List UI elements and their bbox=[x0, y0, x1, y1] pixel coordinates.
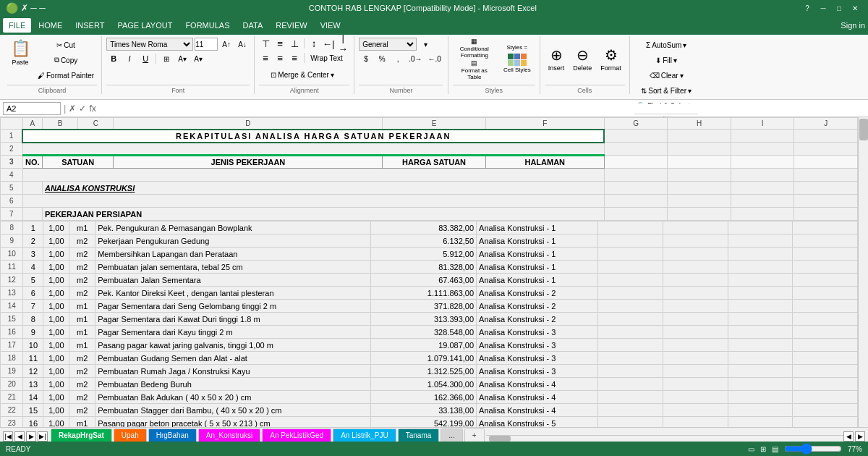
format-as-table-button[interactable]: ▤ Format as Table bbox=[453, 59, 496, 80]
decrease-font-button[interactable]: A↓ bbox=[235, 38, 250, 51]
sheet-tab-rekaphrgsat[interactable]: RekapHrgSat bbox=[51, 428, 112, 442]
menu-view[interactable]: VIEW bbox=[315, 18, 346, 33]
col-b[interactable]: B bbox=[42, 118, 77, 130]
col-h[interactable]: H bbox=[668, 118, 731, 130]
menu-home[interactable]: HOME bbox=[33, 18, 68, 33]
col-g[interactable]: G bbox=[604, 118, 668, 130]
sheet-tab-[interactable]: ... bbox=[441, 428, 462, 442]
table-row[interactable]: 23 16 1,00 m1 Pasang pagar beton praceta… bbox=[1, 417, 858, 428]
name-box[interactable] bbox=[3, 102, 61, 115]
sort-filter-button[interactable]: ⇅ Sort & Filter ▾ bbox=[634, 83, 698, 98]
underline-button[interactable]: U bbox=[138, 52, 153, 65]
format-painter-button[interactable]: 🖌 Format Painter bbox=[35, 68, 97, 83]
vertical-scrollbar[interactable] bbox=[858, 117, 868, 427]
increase-decimal-button[interactable]: .0→ bbox=[407, 52, 424, 65]
clear-button[interactable]: ⌫ Clear ▾ bbox=[634, 68, 698, 83]
border-button[interactable]: ⊞ bbox=[159, 52, 174, 65]
tab-prev-button[interactable]: ◀ bbox=[14, 431, 25, 442]
accounting-button[interactable]: $ bbox=[359, 52, 373, 65]
col-e[interactable]: E bbox=[383, 118, 485, 130]
sign-in[interactable]: Sign in bbox=[841, 21, 865, 30]
view-page-break-icon[interactable]: ▤ bbox=[772, 445, 778, 453]
cancel-formula-icon[interactable]: ✗ bbox=[69, 104, 76, 114]
tab-first-button[interactable]: |◀ bbox=[3, 431, 13, 442]
bottom-align-button[interactable]: ⊥ bbox=[288, 38, 301, 49]
sheet-tab-upah[interactable]: Upah bbox=[114, 428, 147, 442]
table-row[interactable]: 11 4 1,00 m2 Pembuatan jalan sementara, … bbox=[1, 261, 858, 274]
cut-button[interactable]: ✂ Cut bbox=[35, 38, 97, 52]
view-normal-icon[interactable]: ▭ bbox=[748, 445, 754, 453]
indent-decrease-button[interactable]: ←| bbox=[322, 38, 335, 49]
copy-button[interactable]: ⧉ Copy bbox=[35, 53, 97, 67]
font-name-select[interactable]: Times New Roma bbox=[106, 38, 193, 51]
insert-button[interactable]: ⊕ Insert bbox=[545, 38, 569, 80]
table-row[interactable]: 12 5 1,00 m2 Pembuatan Jalan Sementara 6… bbox=[1, 274, 858, 287]
fill-button[interactable]: ⬇ Fill ▾ bbox=[634, 53, 698, 67]
decrease-decimal-button[interactable]: ←.0 bbox=[425, 52, 443, 65]
table-row[interactable]: 8 1 1,00 m1 Pek. Pengukuran & Pemasangan… bbox=[1, 221, 858, 235]
autosum-button[interactable]: Σ AutoSum ▾ bbox=[634, 38, 698, 52]
increase-font-button[interactable]: A↑ bbox=[219, 38, 234, 51]
sheet-tab-anpeklistikged[interactable]: An PekListikGed bbox=[262, 428, 331, 442]
fill-color-button[interactable]: A▾ bbox=[175, 52, 190, 65]
col-f[interactable]: F bbox=[485, 118, 604, 130]
window-controls[interactable]: ? ─ □ ✕ bbox=[800, 2, 862, 14]
spreadsheet-title[interactable]: REKAPITULASI ANALISA HARGA SATUAN PEKERJ… bbox=[22, 130, 604, 143]
scroll-right-button[interactable]: ▶ bbox=[855, 431, 865, 442]
italic-button[interactable]: I bbox=[122, 52, 137, 65]
tab-navigation[interactable]: |◀ ◀ ▶ ▶| bbox=[3, 431, 48, 442]
table-row[interactable]: 13 6 1,00 m2 Pek. Kantor Direksi Keet , … bbox=[1, 287, 858, 300]
table-row[interactable]: 22 15 1,00 m2 Pembuatan Stagger dari Bam… bbox=[1, 404, 858, 417]
percent-button[interactable]: % bbox=[375, 52, 389, 65]
table-row[interactable]: 21 14 1,00 m2 Pembuatan Bak Adukan ( 40 … bbox=[1, 391, 858, 404]
table-row[interactable]: 15 8 1,00 m1 Pagar Sementara dari Kawat … bbox=[1, 313, 858, 326]
cell-styles-button[interactable]: Styles = Cell Styles bbox=[499, 38, 535, 80]
col-c[interactable]: C bbox=[78, 118, 114, 130]
col-i[interactable]: I bbox=[731, 118, 794, 130]
right-align-button[interactable]: ≡ bbox=[288, 52, 301, 64]
table-row[interactable]: 9 2 1,00 m2 Pekerjaan Pengukuran Gedung … bbox=[1, 235, 858, 248]
bold-button[interactable]: B bbox=[106, 52, 121, 65]
menu-review[interactable]: REVIEW bbox=[270, 18, 312, 33]
table-row[interactable]: 18 11 1,00 m2 Pembuatan Gudang Semen dan… bbox=[1, 352, 858, 365]
menu-formulas[interactable]: FORMULAS bbox=[179, 18, 235, 33]
table-row[interactable]: 20 13 1,00 m2 Pembuatan Bedeng Buruh 1.0… bbox=[1, 378, 858, 391]
sheet-tab-hrgbahan[interactable]: HrgBahan bbox=[148, 428, 197, 442]
format-button[interactable]: ⚙ Format bbox=[597, 38, 625, 80]
col-d[interactable]: D bbox=[114, 118, 383, 130]
table-row[interactable]: 19 12 1,00 m2 Pembuatan Rumah Jaga / Kon… bbox=[1, 365, 858, 378]
number-format-select[interactable]: General bbox=[359, 38, 417, 51]
sheet-tab-[interactable]: + bbox=[464, 428, 485, 442]
menu-file[interactable]: FILE bbox=[3, 18, 31, 33]
sheet-tab-tanama[interactable]: Tanama bbox=[398, 428, 440, 442]
menu-page-layout[interactable]: PAGE LAYOUT bbox=[111, 18, 178, 33]
col-a[interactable]: A bbox=[22, 118, 42, 130]
scroll-left-button[interactable]: ◀ bbox=[843, 431, 854, 442]
number-format-dropdown[interactable]: ▾ bbox=[418, 38, 433, 51]
middle-align-button[interactable]: ≡ bbox=[273, 38, 286, 49]
comma-button[interactable]: , bbox=[391, 52, 405, 65]
sheet-tab-ankonstruksi[interactable]: An_Konstruksi bbox=[198, 428, 260, 442]
table-row[interactable]: 14 7 1,00 m1 Pagar Sementara dari Seng G… bbox=[1, 300, 858, 313]
formula-input[interactable] bbox=[99, 104, 865, 114]
col-j[interactable]: J bbox=[794, 118, 858, 130]
paste-button[interactable]: 📋 Paste bbox=[7, 38, 33, 67]
horizontal-scroll-area[interactable] bbox=[486, 435, 843, 442]
table-row[interactable]: 10 3 1,00 m2 Membersihkan Lapangan dan P… bbox=[1, 248, 858, 261]
center-align-button[interactable]: ≡ bbox=[273, 52, 286, 64]
confirm-formula-icon[interactable]: ✓ bbox=[79, 104, 86, 114]
insert-function-icon[interactable]: fx bbox=[89, 104, 95, 114]
top-align-button[interactable]: ⊤ bbox=[259, 38, 272, 49]
tab-next-button[interactable]: ▶ bbox=[26, 431, 36, 442]
font-size-input[interactable] bbox=[195, 38, 218, 51]
zoom-slider[interactable] bbox=[784, 443, 842, 455]
minimize-button[interactable]: ─ bbox=[816, 2, 830, 14]
text-direction-button[interactable]: ↕ bbox=[307, 38, 320, 49]
left-align-button[interactable]: ≡ bbox=[259, 52, 272, 64]
font-color-button[interactable]: A▾ bbox=[191, 52, 205, 65]
view-layout-icon[interactable]: ⊞ bbox=[760, 445, 766, 453]
help-button[interactable]: ? bbox=[800, 2, 814, 14]
close-button[interactable]: ✕ bbox=[848, 2, 862, 14]
menu-insert[interactable]: INSERT bbox=[69, 18, 110, 33]
maximize-button[interactable]: □ bbox=[832, 2, 846, 14]
